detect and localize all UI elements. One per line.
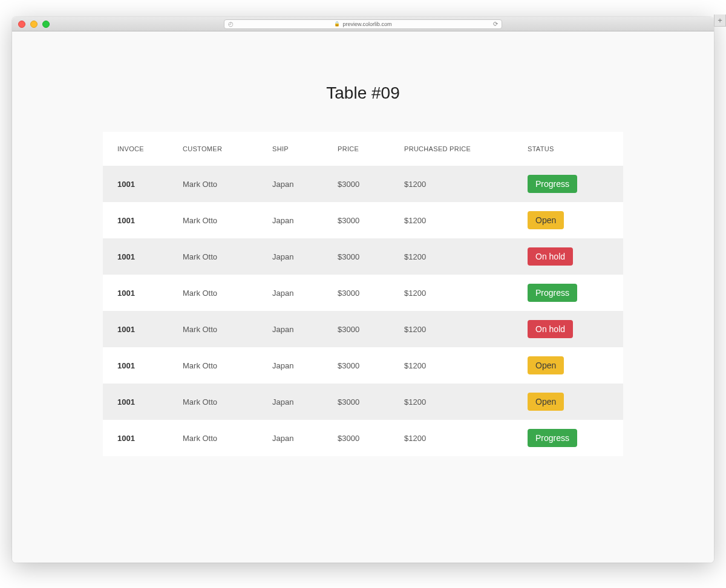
cell-status: Progress — [520, 275, 623, 311]
cell-purchased: $1200 — [397, 384, 520, 420]
lock-icon: 🔒 — [334, 21, 340, 27]
cell-ship: Japan — [265, 202, 330, 238]
cell-purchased: $1200 — [397, 275, 520, 311]
cell-status: Open — [520, 384, 623, 420]
cell-price: $3000 — [330, 420, 397, 456]
cell-price: $3000 — [330, 202, 397, 238]
cell-status: Open — [520, 202, 623, 238]
data-table: INVOCE CUSTOMER SHIP PRICE PRUCHASED PRI… — [103, 132, 623, 456]
cell-invoice: 1001 — [103, 238, 175, 275]
cell-price: $3000 — [330, 166, 397, 202]
status-badge-progress[interactable]: Progress — [528, 284, 577, 302]
cell-price: $3000 — [330, 311, 397, 347]
table-row: 1001Mark OttoJapan$3000$1200Open — [103, 202, 623, 238]
cell-status: Progress — [520, 420, 623, 456]
cell-purchased: $1200 — [397, 238, 520, 275]
header-status: STATUS — [520, 132, 623, 166]
cell-purchased: $1200 — [397, 166, 520, 202]
maximize-window-button[interactable] — [42, 21, 50, 28]
cell-price: $3000 — [330, 384, 397, 420]
cell-invoice: 1001 — [103, 275, 175, 311]
cell-price: $3000 — [330, 275, 397, 311]
header-price: PRICE — [330, 132, 397, 166]
reader-mode-icon[interactable]: ◴ — [228, 21, 234, 27]
url-text: preview.colorlib.com — [342, 21, 391, 27]
minimize-window-button[interactable] — [30, 21, 38, 28]
cell-purchased: $1200 — [397, 202, 520, 238]
cell-customer: Mark Otto — [175, 347, 265, 384]
header-purchased: PRUCHASED PRICE — [397, 132, 520, 166]
cell-invoice: 1001 — [103, 311, 175, 347]
cell-invoice: 1001 — [103, 384, 175, 420]
window-controls — [18, 21, 50, 28]
header-invoice: INVOCE — [103, 132, 175, 166]
cell-invoice: 1001 — [103, 420, 175, 456]
cell-purchased: $1200 — [397, 420, 520, 456]
cell-invoice: 1001 — [103, 347, 175, 384]
cell-purchased: $1200 — [397, 347, 520, 384]
cell-customer: Mark Otto — [175, 202, 265, 238]
titlebar: ◴ 🔒 preview.colorlib.com ⟳ — [12, 17, 714, 31]
cell-customer: Mark Otto — [175, 166, 265, 202]
data-table-container: INVOCE CUSTOMER SHIP PRICE PRUCHASED PRI… — [103, 132, 623, 456]
cell-price: $3000 — [330, 238, 397, 275]
cell-ship: Japan — [265, 420, 330, 456]
table-row: 1001Mark OttoJapan$3000$1200Progress — [103, 420, 623, 456]
address-bar[interactable]: ◴ 🔒 preview.colorlib.com ⟳ — [224, 19, 502, 29]
status-badge-progress[interactable]: Progress — [528, 429, 577, 447]
status-badge-onhold[interactable]: On hold — [528, 320, 573, 338]
cell-price: $3000 — [330, 347, 397, 384]
table-row: 1001Mark OttoJapan$3000$1200On hold — [103, 238, 623, 275]
table-row: 1001Mark OttoJapan$3000$1200Open — [103, 384, 623, 420]
page-title: Table #09 — [12, 83, 714, 103]
cell-ship: Japan — [265, 238, 330, 275]
cell-customer: Mark Otto — [175, 238, 265, 275]
status-badge-progress[interactable]: Progress — [528, 175, 577, 193]
table-row: 1001Mark OttoJapan$3000$1200On hold — [103, 311, 623, 347]
cell-customer: Mark Otto — [175, 275, 265, 311]
status-badge-open[interactable]: Open — [528, 356, 564, 374]
cell-status: On hold — [520, 238, 623, 275]
cell-ship: Japan — [265, 311, 330, 347]
status-badge-open[interactable]: Open — [528, 211, 564, 229]
status-badge-onhold[interactable]: On hold — [528, 247, 573, 266]
cell-ship: Japan — [265, 275, 330, 311]
cell-ship: Japan — [265, 384, 330, 420]
table-row: 1001Mark OttoJapan$3000$1200Open — [103, 347, 623, 384]
status-badge-open[interactable]: Open — [528, 393, 564, 411]
cell-ship: Japan — [265, 166, 330, 202]
cell-invoice: 1001 — [103, 202, 175, 238]
cell-status: On hold — [520, 311, 623, 347]
browser-window: ◴ 🔒 preview.colorlib.com ⟳ + Table #09 I… — [12, 17, 714, 563]
cell-customer: Mark Otto — [175, 311, 265, 347]
close-window-button[interactable] — [18, 21, 25, 28]
table-row: 1001Mark OttoJapan$3000$1200Progress — [103, 166, 623, 202]
header-ship: SHIP — [265, 132, 330, 166]
cell-status: Progress — [520, 166, 623, 202]
table-header-row: INVOCE CUSTOMER SHIP PRICE PRUCHASED PRI… — [103, 132, 623, 166]
cell-customer: Mark Otto — [175, 420, 265, 456]
table-row: 1001Mark OttoJapan$3000$1200Progress — [103, 275, 623, 311]
cell-purchased: $1200 — [397, 311, 520, 347]
cell-status: Open — [520, 347, 623, 384]
page-viewport: Table #09 INVOCE CUSTOMER SHIP PRICE PRU… — [12, 31, 714, 563]
header-customer: CUSTOMER — [175, 132, 265, 166]
reload-icon[interactable]: ⟳ — [493, 21, 498, 27]
cell-customer: Mark Otto — [175, 384, 265, 420]
cell-ship: Japan — [265, 347, 330, 384]
cell-invoice: 1001 — [103, 166, 175, 202]
